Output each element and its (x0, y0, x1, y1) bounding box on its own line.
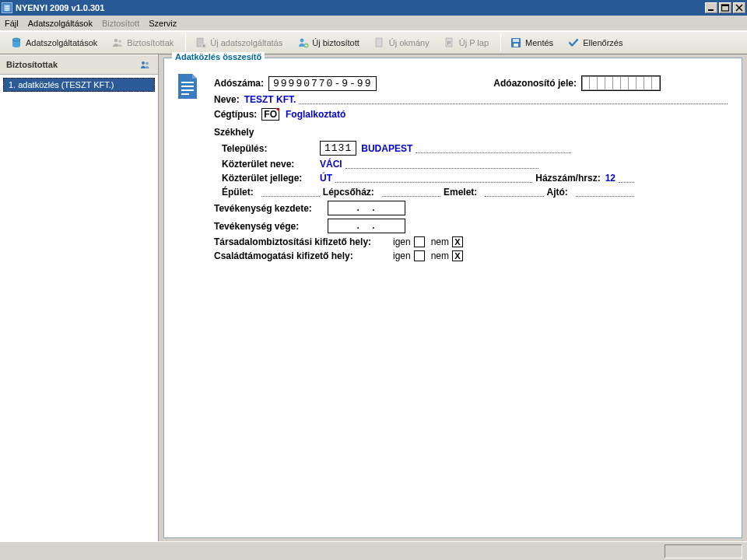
new-person-icon (296, 37, 309, 49)
status-grip (665, 544, 742, 558)
maximize-button[interactable] (719, 2, 731, 13)
kezdet-field[interactable]: . . (328, 201, 405, 215)
sidebar-title: Biztosítottak (6, 60, 58, 69)
neve-value: TESZT KFT. (244, 94, 296, 105)
svg-rect-4 (708, 9, 714, 11)
toolbar: Adatszolgáltatások Biztosítottak Új adat… (0, 31, 747, 54)
svg-rect-6 (722, 5, 729, 6)
content-area: Adatközlés összesítő Adószáma: 99990770-… (159, 54, 747, 541)
menu-biztositott: Biztosított (102, 19, 139, 28)
vege-label: Tevékenység vége: (214, 221, 323, 232)
svg-text:P: P (447, 40, 451, 46)
tb-uj-biztositott[interactable]: Új biztosított (291, 34, 365, 51)
toolbar-separator (185, 34, 186, 51)
svg-rect-30 (181, 86, 194, 87)
hazszam-label: Házszám/hrsz: (535, 173, 600, 184)
sidebar-item-adatkozles[interactable]: 1. adatközlés (TESZT KFT.) (3, 78, 155, 92)
tb-nem-checkbox[interactable]: X (452, 236, 463, 247)
szekhely-label: Székhely (214, 127, 731, 138)
title-bar: NYENYI 2009 v1.0.301 (0, 0, 747, 16)
adoazonosito-label: Adóazonosító jele: (493, 78, 577, 89)
tb-ellenorzes[interactable]: Ellenőrzés (562, 34, 628, 51)
tb-uj-okmany: Új okmány (368, 34, 435, 51)
adoszama-value[interactable]: 99990770-9-99 (268, 76, 377, 91)
svg-point-28 (146, 62, 149, 65)
svg-rect-29 (181, 82, 194, 83)
summary-group: Adatközlés összesítő Adószáma: 99990770-… (163, 58, 742, 538)
svg-rect-2 (5, 8, 9, 9)
svg-rect-32 (181, 93, 189, 95)
sidebar-body: 1. adatközlés (TESZT KFT.) (0, 75, 158, 541)
kozterulet-neve-label: Közterület neve: (222, 159, 315, 170)
app-icon (2, 2, 12, 13)
cegtipus-value: Foglalkoztató (286, 109, 345, 120)
close-button[interactable] (733, 2, 745, 13)
kozterulet-jellege-label: Közterület jellege: (222, 173, 315, 184)
document-icon (175, 72, 200, 102)
telepules-irsz[interactable]: 1131 (320, 141, 356, 156)
kozterulet-jellege-value: ÚT (320, 173, 332, 184)
group-title: Adatközlés összesítő (172, 52, 265, 61)
svg-point-11 (114, 39, 117, 42)
people-icon (139, 60, 152, 69)
igen-label-2: igen (393, 250, 411, 261)
new-document-icon (374, 37, 386, 49)
new-p-sheet-icon: P (444, 37, 456, 49)
menu-bar: Fájl Adatszolgáltások Biztosított Szervi… (0, 16, 747, 31)
epulet-label: Épület: (222, 187, 254, 198)
check-icon (567, 37, 580, 49)
svg-rect-3 (5, 10, 9, 11)
database-icon (10, 37, 23, 49)
tb-biztositottak: Biztosítottak (106, 34, 179, 51)
sidebar: Biztosítottak 1. adatközlés (TESZT KFT.) (0, 54, 159, 541)
tb-label: Társadalombiztosítási kifizető hely: (214, 236, 385, 247)
csalad-label: Családtámogatási kifizető hely: (214, 250, 385, 261)
svg-rect-25 (513, 39, 519, 42)
lepcsohaz-label: Lépcsőház: (323, 187, 374, 198)
neve-label: Neve: (214, 94, 240, 105)
tb-adatszolgaltatasok[interactable]: Adatszolgáltatások (5, 34, 103, 51)
cegtipus-code[interactable]: FO (261, 108, 279, 121)
csalad-igen-checkbox[interactable] (414, 250, 425, 261)
vege-field[interactable]: . . (328, 219, 405, 233)
svg-point-27 (142, 61, 145, 65)
menu-szerviz[interactable]: Szerviz (149, 19, 177, 28)
telepules-label: Település: (222, 143, 315, 154)
emelet-label: Emelet: (444, 187, 477, 198)
kezdet-label: Tevékenység kezdete: (214, 203, 323, 214)
igen-label: igen (393, 236, 411, 247)
svg-rect-31 (181, 89, 194, 91)
svg-point-17 (300, 39, 304, 43)
toolbar-separator (500, 34, 501, 51)
tb-mentes[interactable]: Mentés (504, 34, 559, 51)
sidebar-header[interactable]: Biztosítottak (0, 54, 158, 75)
csalad-nem-checkbox[interactable]: X (452, 250, 463, 261)
minimize-button[interactable] (705, 2, 717, 13)
svg-rect-1 (5, 5, 9, 6)
menu-fajl[interactable]: Fájl (5, 19, 19, 28)
telepules-value: BUDAPEST (361, 143, 412, 154)
tb-uj-plap: P Új P lap (438, 34, 494, 51)
nem-label: nem (431, 236, 449, 247)
menu-adatszolgaltasok[interactable]: Adatszolgáltások (28, 19, 93, 28)
cegtipus-label: Cégtípus: (214, 109, 257, 120)
nem-label-2: nem (431, 250, 449, 261)
tb-igen-checkbox[interactable] (414, 236, 425, 247)
kozterulet-neve-value: VÁCI (320, 159, 342, 170)
adoazonosito-field[interactable] (581, 75, 661, 91)
save-icon (510, 37, 522, 49)
svg-rect-21 (376, 38, 382, 47)
people-icon (111, 37, 124, 49)
new-page-icon (195, 37, 207, 49)
window-title: NYENYI 2009 v1.0.301 (16, 3, 104, 12)
hazszam-value: 12 (605, 173, 615, 184)
adoszama-label: Adószáma: (214, 78, 264, 89)
ajto-label: Ajtó: (547, 187, 568, 198)
svg-point-12 (118, 40, 121, 43)
status-bar (0, 541, 747, 560)
tb-uj-adatszolgaltatas: Új adatszolgáltatás (189, 34, 288, 51)
svg-rect-26 (514, 44, 518, 47)
